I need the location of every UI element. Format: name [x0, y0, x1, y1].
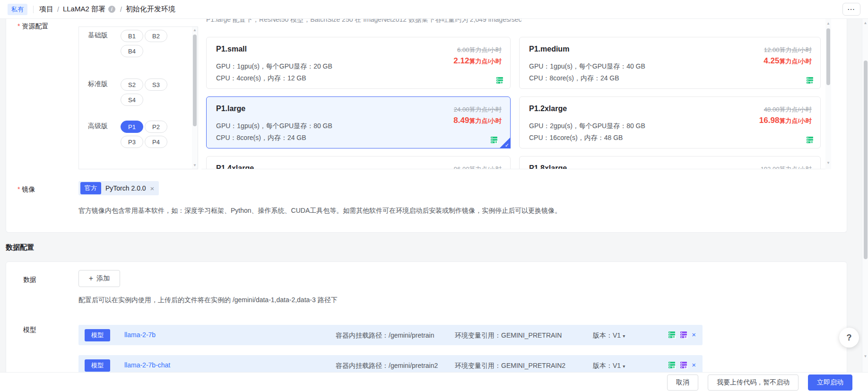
scrollbar-thumb[interactable] [193, 35, 197, 126]
scroll-up-icon[interactable]: ▲ [862, 21, 868, 26]
image-label: 镜像 [22, 185, 35, 193]
header-divider [33, 6, 34, 13]
tier-pill-b1[interactable]: B1 [121, 30, 143, 42]
scroll-up-icon[interactable]: ▲ [825, 21, 831, 26]
gpu-card-p1-2xlarge[interactable]: P1.2xlarge GPU：2gpu(s)，每个GPU显存：80 GB CPU… [519, 96, 821, 148]
gpu-card-title: P1.medium [529, 45, 569, 53]
version-select[interactable]: 版本：V1▾ [593, 331, 625, 340]
scroll-down-icon[interactable]: ▼ [862, 354, 868, 359]
plus-icon: + [89, 274, 93, 283]
tier-pill-p3[interactable]: P3 [121, 136, 143, 148]
mount-path: 容器内挂载路径：/gemini/pretrain2 [336, 362, 438, 370]
purple-server-icon[interactable] [680, 361, 687, 369]
tier-pill-p4[interactable]: P4 [145, 136, 167, 148]
green-server-icon[interactable] [668, 361, 676, 369]
tier-pill-p2[interactable]: P2 [145, 121, 167, 133]
discount-price: 16.98算力点/小时 [759, 116, 812, 125]
scrollbar-thumb[interactable] [826, 28, 830, 85]
data-description: 配置后可以在实例内使用，上传后的文件将在实例的 /gemini/data-1,d… [78, 296, 338, 305]
scroll-down-icon[interactable]: ▼ [192, 163, 198, 168]
gpu-card-p1-4xlarge[interactable]: P1.4xlarge 96.00算力点/小时 [206, 156, 511, 169]
cpu-spec: CPU：8core(s)，内存：24 GB [529, 74, 619, 83]
cpu-spec: CPU：16core(s)，内存：48 GB [529, 134, 623, 142]
chevron-down-icon: ▾ [623, 364, 625, 369]
gpu-card-title: P1.8xlarge [529, 164, 567, 169]
original-price: 96.00算力点/小时 [454, 165, 502, 169]
info-icon[interactable]: i [108, 6, 115, 13]
tier-label-standard: 标准版 [88, 80, 108, 88]
close-icon[interactable]: × [150, 184, 155, 192]
more-actions-button[interactable]: ⋯ [842, 3, 860, 16]
model-name-link[interactable]: llama-2-7b [124, 331, 156, 339]
image-chip-text: PyTorch 2.0.0 [105, 184, 146, 192]
image-description: 官方镜像内包含常用基本软件，如：深度学习框架、Python、操作系统、CUDA工… [78, 207, 561, 215]
action-footer: 取消 我要上传代码，暂不启动 立即启动 [0, 372, 868, 392]
check-icon: ✓ [505, 142, 509, 148]
price-value: 4.25 [764, 56, 779, 65]
price-unit: 算力点/小时 [779, 117, 812, 124]
tier-panel-scrollbar[interactable]: ▲ ▼ [192, 27, 198, 169]
gpu-card-p1-small[interactable]: P1.small GPU：1gpu(s)，每个GPU显存：20 GB CPU：4… [206, 37, 511, 89]
breadcrumb-deploy[interactable]: LLaMA2 部署 [63, 5, 105, 14]
scroll-down-icon[interactable]: ▼ [825, 161, 831, 166]
add-data-label: 添加 [96, 274, 110, 283]
remove-model-icon[interactable]: × [692, 361, 696, 369]
tier-pill-s3[interactable]: S3 [145, 78, 167, 91]
gpu-card-title: P1.small [216, 45, 247, 53]
resource-config-card: *资源配置 基础版 B1 B2 B4 标准版 S2 S3 S4 高级版 P1 P… [6, 19, 847, 233]
remove-model-icon[interactable]: × [692, 331, 696, 339]
gpu-cards-scrollbar[interactable]: ▲ ▼ [825, 19, 831, 169]
server-stack-icon [496, 77, 503, 84]
gpu-cards-area: P1.large 配置下，ResNet50 模型，BatchSize 250 在… [201, 19, 825, 169]
green-server-icon[interactable] [668, 331, 676, 339]
model-type-badge: 模型 [85, 329, 110, 341]
purple-server-icon[interactable] [680, 331, 687, 339]
gpu-spec: GPU：2gpu(s)，每个GPU显存：80 GB [529, 122, 645, 131]
original-price: 192.00算力点/小时 [761, 165, 812, 169]
start-now-button[interactable]: 立即启动 [808, 375, 852, 391]
version-value: 版本：V1 [593, 331, 621, 339]
price-unit: 算力点/小时 [469, 117, 502, 124]
version-value: 版本：V1 [593, 362, 621, 369]
instance-tier-panel: 基础版 B1 B2 B4 标准版 S2 S3 S4 高级版 P1 P2 P3 P… [78, 26, 198, 169]
price-unit: 算力点/小时 [469, 58, 502, 65]
discount-price: 2.12算力点/小时 [453, 56, 502, 66]
tier-pill-b2[interactable]: B2 [145, 30, 167, 42]
tier-label-premium: 高级版 [88, 122, 108, 131]
model-row: 模型 llama-2-7b 容器内挂载路径：/gemini/pretrain 环… [78, 325, 703, 345]
required-asterisk: * [17, 185, 20, 193]
help-button[interactable]: ? [839, 328, 859, 348]
cpu-spec: CPU：4core(s)，内存：12 GB [216, 74, 306, 83]
upload-code-later-button[interactable]: 我要上传代码，暂不启动 [708, 375, 799, 391]
model-type-badge: 模型 [85, 359, 110, 372]
original-price: 48.00算力点/小时 [764, 105, 812, 114]
tier-pill-s4[interactable]: S4 [121, 94, 143, 106]
scrollbar-thumb[interactable] [864, 61, 868, 259]
gpu-card-p1-large[interactable]: P1.large GPU：1gpu(s)，每个GPU显存：80 GB CPU：8… [206, 96, 511, 148]
tier-pill-p1[interactable]: P1 [121, 121, 143, 133]
price-unit: 算力点/小时 [779, 58, 812, 65]
cancel-button[interactable]: 取消 [667, 375, 698, 391]
gpu-spec: GPU：1gpu(s)，每个GPU显存：80 GB [216, 122, 332, 131]
model-name-link[interactable]: llama-2-7b-chat [124, 361, 170, 369]
add-data-button[interactable]: + 添加 [78, 270, 120, 287]
tier-pill-s2[interactable]: S2 [121, 78, 143, 91]
cpu-spec: CPU：8core(s)，内存：24 GB [216, 134, 306, 142]
version-select[interactable]: 版本：V1▾ [593, 362, 625, 370]
server-stack-icon [806, 136, 814, 144]
gpu-card-p1-8xlarge[interactable]: P1.8xlarge 192.00算力点/小时 [519, 156, 821, 169]
page-scrollbar[interactable]: ▲ ▼ [862, 19, 868, 372]
tier-label-basic: 基础版 [88, 31, 108, 40]
gpu-card-title: P1.4xlarge [216, 164, 254, 169]
data-label: 数据 [23, 276, 36, 284]
tier-pill-b4[interactable]: B4 [121, 45, 143, 57]
breadcrumb-separator: / [57, 6, 59, 13]
scroll-up-icon[interactable]: ▲ [192, 28, 198, 33]
gpu-card-p1-medium[interactable]: P1.medium GPU：1gpu(s)，每个GPU显存：40 GB CPU：… [519, 37, 821, 89]
resource-config-label-row: *资源配置 [17, 22, 48, 31]
original-price: 24.00算力点/小时 [454, 105, 502, 114]
image-label-row: *镜像 [17, 185, 35, 194]
required-asterisk: * [17, 22, 20, 30]
discount-price: 8.49算力点/小时 [453, 116, 502, 125]
breadcrumb-project[interactable]: 项目 [39, 5, 53, 14]
